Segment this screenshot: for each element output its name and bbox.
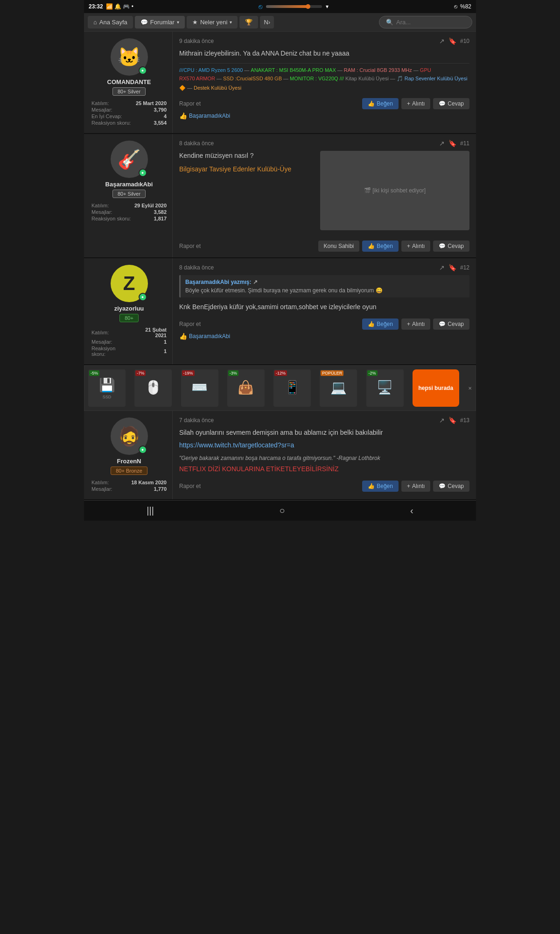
like-button-frozenn[interactable]: 👍 Beğen bbox=[362, 481, 399, 492]
post-body-basaramadikabi: 🎬 [iki kişi sohbet ediyor] Kendine müzis… bbox=[179, 151, 469, 234]
android-menu-icon[interactable]: ||| bbox=[147, 505, 154, 516]
post-icons-2: ↗ 🔖 #11 bbox=[439, 140, 469, 147]
ad-badge-ssd: -5% bbox=[89, 370, 99, 376]
quote-button-comandante[interactable]: + Alıntı bbox=[401, 98, 430, 109]
bookmark-icon-2[interactable]: 🔖 bbox=[448, 140, 456, 147]
search-bar[interactable]: 🔍 bbox=[379, 16, 472, 28]
trophy-icon: 🏆 bbox=[245, 19, 252, 26]
thumbs-up-icon-4: 👍 bbox=[368, 483, 375, 489]
share-icon-2[interactable]: ↗ bbox=[439, 140, 445, 147]
post-content-frozenn: 7 dakika önce ↗ 🔖 #13 Silah oyunlarını s… bbox=[173, 411, 476, 499]
reply-button-comandante[interactable]: 💬 Cevap bbox=[433, 98, 469, 109]
share-icon-3[interactable]: ↗ bbox=[439, 264, 445, 271]
post-footer-basaramadikabi: Rapor et Konu Sahibi 👍 Beğen + Alıntı 💬 … bbox=[179, 241, 469, 252]
reaction-icon-3: 👍 bbox=[179, 333, 187, 340]
search-icon: 🔍 bbox=[386, 19, 393, 26]
report-button-comandante[interactable]: Rapor et bbox=[179, 100, 201, 107]
report-button-basaramadikabi[interactable]: Rapor et bbox=[179, 243, 201, 249]
post-body-comandante: Mithrain izleyebilirsin. Ya da ANNA Deni… bbox=[179, 49, 469, 58]
reply-button-basaramadikabi[interactable]: 💬 Cevap bbox=[433, 241, 469, 252]
like-button-ziyazorluu[interactable]: 👍 Beğen bbox=[362, 318, 399, 330]
hepsiburada-logo[interactable]: hepsi burada bbox=[413, 369, 459, 407]
username-frozenn: FrozenN bbox=[117, 458, 141, 465]
ad-item-tablet[interactable]: -12% 📱 bbox=[273, 369, 311, 407]
action-buttons-basaramadikabi: Konu Sahibi 👍 Beğen + Alıntı 💬 Cevap bbox=[318, 241, 469, 252]
nav-new[interactable]: ★ Neler yeni ▾ bbox=[187, 16, 238, 28]
post-content-comandante: 9 dakika önce ↗ 🔖 #10 Mithrain izleyebil… bbox=[173, 32, 476, 133]
avatar-comandante: 🐱 ● bbox=[111, 38, 148, 76]
post-sidebar-ziyazorluu: Z ● ziyazorluu 80+ Katılım: 21 Şubat 202… bbox=[84, 258, 173, 364]
share-icon-4[interactable]: ↗ bbox=[439, 417, 445, 424]
ad-item-canta[interactable]: -3% 👜 bbox=[227, 369, 265, 407]
avatar-frozenn: 🧔 ● bbox=[111, 417, 148, 455]
action-buttons-frozenn: 👍 Beğen + Alıntı 💬 Cevap bbox=[362, 481, 469, 492]
expand-icon[interactable]: ▾ bbox=[326, 3, 329, 10]
ad-item-klavye[interactable]: -19% ⌨️ bbox=[181, 369, 218, 407]
bookmark-icon-3[interactable]: 🔖 bbox=[448, 264, 456, 271]
nav-next[interactable]: N› bbox=[260, 16, 274, 28]
quote-button-frozenn[interactable]: + Alıntı bbox=[401, 481, 430, 492]
rank-badge-ziyazorluu: 80+ bbox=[119, 314, 139, 322]
reply-button-frozenn[interactable]: 💬 Cevap bbox=[433, 481, 469, 492]
reaction-row-comandante: 👍 BaşaramadıkAbi bbox=[179, 112, 469, 120]
thumbs-up-icon: 👍 bbox=[368, 100, 375, 107]
status-bar: 23:32 📶 🔔 🎮 • ⎋ ▾ ⎋ %82 bbox=[84, 0, 476, 13]
report-button-frozenn[interactable]: Rapor et bbox=[179, 483, 201, 489]
quote-button-basaramadikabi[interactable]: + Alıntı bbox=[401, 241, 430, 252]
quote-arrow-icon: ↗ bbox=[253, 279, 258, 285]
report-button-ziyazorluu[interactable]: Rapor et bbox=[179, 321, 201, 327]
ad-close-button[interactable]: ✕ bbox=[468, 386, 472, 391]
bluetooth-icon: ⎋ bbox=[259, 3, 262, 10]
like-button-basaramadikabi[interactable]: 👍 Beğen bbox=[362, 241, 399, 252]
ad-item-mouse[interactable]: -7% 🖱️ bbox=[134, 369, 172, 407]
quote-frozenn: "Geriye bakarak zamanını boşa harcama o … bbox=[179, 454, 469, 462]
bookmark-icon-4[interactable]: 🔖 bbox=[448, 417, 456, 424]
share-icon[interactable]: ↗ bbox=[439, 37, 445, 45]
meta-table-comandante: Katılım: 25 Mart 2020 Mesajlar: 3,790 En… bbox=[91, 99, 168, 127]
reaction-icon: 👍 bbox=[179, 112, 187, 120]
status-right: ⎋ %82 bbox=[454, 3, 471, 10]
online-badge-comandante: ● bbox=[139, 66, 147, 75]
twitch-link[interactable]: https://www.twitch.tv/targetlocated?sr=a bbox=[179, 441, 294, 449]
bt-icon: ⎋ bbox=[454, 3, 457, 10]
nav-trophy[interactable]: 🏆 bbox=[239, 16, 258, 28]
nav-home[interactable]: ⌂ Ana Sayfa bbox=[88, 16, 133, 28]
post-header-basaramadikabi: 8 dakika önce ↗ 🔖 #11 bbox=[179, 140, 469, 147]
meta-table-ziyazorluu: Katılım: 21 Şubat 2021 Mesajlar: 1 Reaks… bbox=[91, 326, 168, 358]
reaction-row-ziyazorluu: 👍 BaşaramadıkAbi bbox=[179, 333, 469, 340]
ad-item-monitor[interactable]: -2% 🖥️ bbox=[366, 369, 404, 407]
android-back-icon[interactable]: ‹ bbox=[410, 505, 413, 516]
reply-icon-4: 💬 bbox=[439, 483, 446, 489]
status-left: 23:32 📶 🔔 🎮 • bbox=[89, 3, 133, 10]
thumbs-up-icon-2: 👍 bbox=[368, 243, 375, 249]
ad-badge-tablet: -12% bbox=[274, 370, 287, 376]
post-footer-comandante: Rapor et 👍 Beğen + Alıntı 💬 Cevap bbox=[179, 98, 469, 109]
chevron-down-icon: ▾ bbox=[177, 20, 179, 25]
ad-item-laptop[interactable]: POPÜLER 💻 bbox=[320, 369, 357, 407]
ad-badge-laptop: POPÜLER bbox=[321, 370, 343, 376]
online-badge-frozenn: ● bbox=[139, 446, 147, 454]
meta-table-frozenn: Katılım: 18 Kasım 2020 Mesajlar: 1,770 bbox=[91, 479, 168, 493]
like-button-comandante[interactable]: 👍 Beğen bbox=[362, 98, 399, 109]
post-frozenn: 🧔 ● FrozenN 80+ Bronze Katılım: 18 Kasım… bbox=[84, 411, 476, 500]
post-body-frozenn: Silah oyunlarını sevmem demişsin ama bu … bbox=[179, 428, 469, 474]
post-image-basaramadikabi: 🎬 [iki kişi sohbet ediyor] bbox=[320, 151, 469, 230]
post-body-ziyazorluu: Knk BenEjderiya küfür yok,samimi ortam,s… bbox=[179, 302, 469, 312]
search-input[interactable] bbox=[396, 19, 465, 26]
android-nav-bar: ||| ○ ‹ bbox=[84, 500, 476, 521]
frozen-avatar: 🧔 bbox=[118, 425, 141, 447]
konu-sahibi-button[interactable]: Konu Sahibi bbox=[318, 241, 360, 252]
ad-badge-mouse: -7% bbox=[135, 370, 146, 376]
ad-item-ssd[interactable]: -5% 💾 SSD bbox=[88, 369, 126, 407]
android-home-icon[interactable]: ○ bbox=[279, 505, 285, 516]
music-progress[interactable] bbox=[266, 5, 322, 8]
bookmark-icon[interactable]: 🔖 bbox=[448, 37, 456, 45]
reply-button-ziyazorluu[interactable]: 💬 Cevap bbox=[433, 318, 469, 330]
nav-forums[interactable]: 💬 Forumlar ▾ bbox=[135, 16, 185, 28]
post-footer-ziyazorluu: Rapor et 👍 Beğen + Alıntı 💬 Cevap bbox=[179, 318, 469, 330]
quote-button-ziyazorluu[interactable]: + Alıntı bbox=[401, 318, 430, 330]
meta-table-basaramadikabi: Katılım: 29 Eylül 2020 Mesajlar: 3,582 R… bbox=[91, 202, 168, 222]
reply-icon-2: 💬 bbox=[439, 243, 446, 249]
network-icons: 📶 🔔 🎮 • bbox=[106, 3, 133, 10]
star-icon: ★ bbox=[192, 19, 198, 26]
